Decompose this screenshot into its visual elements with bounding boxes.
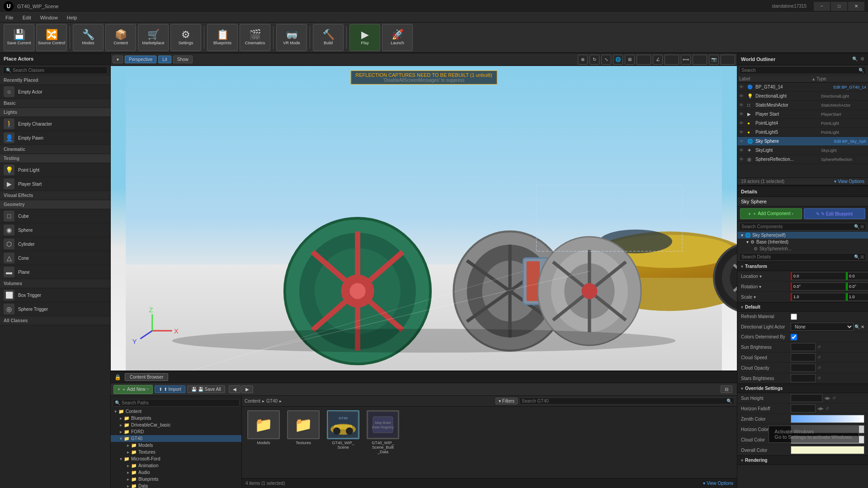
visibility-icon-1[interactable]: 👁	[739, 94, 745, 99]
viewport-translate-button[interactable]: ⊕	[578, 55, 588, 65]
cloud-color-swatch[interactable]	[791, 436, 864, 444]
build-button[interactable]: 🔨 Build	[313, 24, 344, 51]
menu-edit[interactable]: Edit	[19, 14, 35, 21]
outliner-row-skysphere[interactable]: 👁 🌐 Sky Sphere Edit BP_Sky_Sph	[737, 137, 868, 146]
asset-models-folder[interactable]: 📁 Models	[245, 410, 282, 445]
comp-base-inherited[interactable]: ▾ ⚙ Base (Inherited)	[737, 239, 868, 245]
outliner-row-pointlight5[interactable]: 👁 ● PointLight5 PointLight	[737, 128, 868, 137]
dir-light-clear-icon[interactable]: ✕	[861, 324, 864, 329]
path-content[interactable]: Content	[245, 399, 260, 404]
outliner-settings-icon[interactable]: ⚙	[860, 56, 864, 61]
sun-height-slider-icon[interactable]: ◀▶	[824, 396, 830, 400]
asset-gt40-scene[interactable]: GT40 GT40_WIP_Scene	[325, 410, 361, 450]
category-cinematic[interactable]: Cinematic	[0, 145, 110, 154]
tree-audio[interactable]: 📁Audio	[111, 469, 241, 476]
nav-forward-button[interactable]: ▶	[241, 385, 253, 393]
default-section-header[interactable]: ▾ Default	[737, 302, 868, 312]
camera-speed-button[interactable]: 📷	[709, 55, 719, 65]
close-button[interactable]: ✕	[848, 2, 864, 11]
dir-light-select[interactable]: None	[791, 323, 854, 331]
save-all-button[interactable]: 💾 💾 Save All	[187, 385, 225, 393]
import-button[interactable]: ⬆ ⬆ Import	[155, 385, 185, 393]
grid-size-input[interactable]: 10	[637, 55, 651, 65]
visibility-icon-4[interactable]: 👁	[739, 121, 745, 126]
category-all-classes[interactable]: All Classes	[0, 316, 110, 325]
horizon-falloff-slider-icon[interactable]: ◀▶	[817, 406, 824, 411]
search-comp-icon[interactable]: 🔍	[854, 224, 859, 229]
add-component-button[interactable]: + ＋ Add Component ▾	[740, 208, 802, 219]
asset-gt40-built-data[interactable]: Map Build Data Registry GT40_WIP_Scene_B…	[365, 410, 401, 454]
viewport-snap-button[interactable]: ⊞	[625, 55, 635, 65]
zenith-color-swatch[interactable]	[791, 415, 864, 423]
actor-player-start[interactable]: ▶ Player Start	[0, 177, 110, 191]
nav-back-button[interactable]: ◀	[229, 385, 241, 393]
path-gt40[interactable]: GT40	[266, 399, 278, 404]
actor-empty-character[interactable]: 🚶 Empty Character	[0, 117, 110, 131]
outliner-row-bp-gt40[interactable]: 👁 🔵 BP_GT40_14 Edit BP_GT40_14	[737, 83, 868, 92]
search-paths-input[interactable]	[122, 400, 237, 405]
search-assets-input[interactable]	[522, 399, 726, 404]
visibility-icon-7[interactable]: 👁	[739, 148, 745, 153]
viewport-world-button[interactable]: 🌐	[613, 55, 623, 65]
content-browser-tab[interactable]: Content Browser	[125, 373, 168, 381]
actor-sphere[interactable]: ◉ Sphere	[0, 223, 110, 237]
actor-empty-actor[interactable]: ○ Empty Actor	[0, 85, 110, 99]
view-options-comp-icon[interactable]: ⊞	[860, 224, 864, 229]
camera-speed-input[interactable]: 4	[721, 55, 735, 65]
horizon-falloff-reset[interactable]: ↺	[826, 406, 829, 411]
visibility-icon-3[interactable]: 👁	[739, 112, 745, 117]
actor-point-light[interactable]: 💡 Point Light	[0, 163, 110, 177]
tree-driveablecar[interactable]: 📁DriveableCar_basic	[111, 422, 241, 428]
tree-content[interactable]: 📁Content	[111, 408, 241, 415]
tree-data[interactable]: 📁Data	[111, 483, 241, 488]
actor-box-trigger[interactable]: ⬜ Box Trigger	[0, 288, 110, 302]
overall-color-swatch[interactable]	[791, 446, 864, 454]
source-control-button[interactable]: 🔀 Source Control	[36, 24, 67, 51]
category-lights[interactable]: Lights	[0, 108, 110, 117]
filters-button[interactable]: ▾ Filters	[495, 398, 518, 404]
sun-brightness-input[interactable]: 75.0	[791, 343, 816, 351]
details-list-view-icon[interactable]: ⊞	[860, 254, 864, 259]
outliner-row-spherereflect[interactable]: 👁 ◎ SphereReflection... SphereReflection	[737, 155, 868, 164]
rotation-x[interactable]	[791, 282, 846, 291]
visibility-icon-0[interactable]: 👁	[739, 84, 745, 89]
settings-button[interactable]: ⚙ Settings	[170, 24, 201, 51]
modes-button[interactable]: 🔧 Modes	[73, 24, 104, 51]
collapse-button[interactable]: ⊟	[721, 385, 732, 393]
vr-mode-button[interactable]: 🥽 VR Mode	[276, 24, 307, 51]
sun-height-input[interactable]: 0.700426	[791, 394, 822, 402]
visibility-icon-6[interactable]: 👁	[739, 139, 745, 144]
colors-checkbox[interactable]	[791, 334, 797, 340]
tree-textures[interactable]: 📁Textures	[111, 449, 241, 455]
location-x[interactable]	[791, 272, 846, 280]
actor-cube[interactable]: □ Cube	[0, 209, 110, 223]
visibility-icon-5[interactable]: 👁	[739, 130, 745, 135]
tree-animation[interactable]: 📁Animation	[111, 462, 241, 469]
sun-height-reset[interactable]: ↺	[832, 396, 836, 400]
cloud-opacity-reset[interactable]: ↺	[817, 366, 821, 370]
tree-gt40[interactable]: 📁GT40	[111, 435, 241, 442]
viewport-rotate-button[interactable]: ↻	[590, 55, 599, 65]
scale-y[interactable]	[846, 293, 868, 301]
cloud-speed-reset[interactable]: ↺	[817, 355, 821, 360]
tree-models[interactable]: 📁Models	[111, 442, 241, 449]
save-current-button[interactable]: 💾 Save Current	[4, 24, 34, 51]
tree-blueprints[interactable]: 📁Blueprints	[111, 415, 241, 422]
blueprints-button[interactable]: 📋 Blueprints	[207, 24, 238, 51]
stars-brightness-input[interactable]: 0.1	[791, 374, 816, 382]
stars-brightness-reset[interactable]: ↺	[817, 376, 821, 380]
lit-button[interactable]: Lit	[158, 56, 171, 63]
search-classes-input[interactable]	[13, 68, 104, 73]
edit-link-6[interactable]: Edit BP_Sky_Sph	[834, 139, 866, 144]
outliner-row-playerstart[interactable]: 👁 ▶ Player Start PlayerStart	[737, 110, 868, 119]
marketplace-button[interactable]: 🛒 Marketplace	[138, 24, 169, 51]
menu-help[interactable]: Help	[63, 14, 81, 21]
outliner-row-skylight[interactable]: 👁 ☀ SkyLight SkyLight	[737, 146, 868, 155]
actor-sphere-trigger[interactable]: ◎ Sphere Trigger	[0, 302, 110, 316]
maximize-button[interactable]: □	[831, 2, 847, 11]
view-options-button[interactable]: ▾ View Options	[703, 481, 733, 486]
category-visual-effects[interactable]: Visual Effects	[0, 191, 110, 200]
category-geometry[interactable]: Geometry	[0, 200, 110, 209]
sun-brightness-reset[interactable]: ↺	[817, 345, 821, 349]
tree-blueprints2[interactable]: 📁Blueprints	[111, 476, 241, 483]
